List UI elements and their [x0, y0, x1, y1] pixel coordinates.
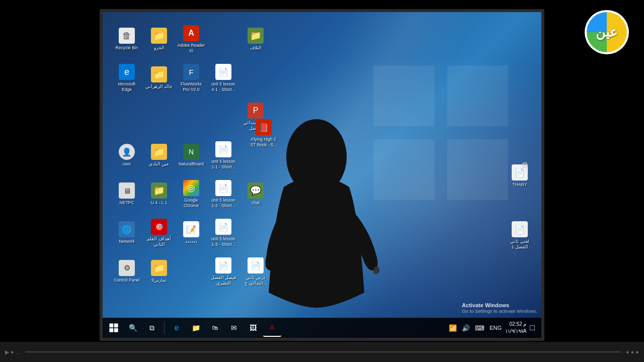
icon-targets-arabic[interactable]: 🎯 أهداف القلم الثاني	[144, 215, 174, 251]
icon-empty9	[176, 253, 206, 290]
icon-unit5-12[interactable]: 📄 unit 5 lesson 1-2 - Short...	[208, 176, 238, 212]
icon-u4l1[interactable]: 📁 U 4 - L 1	[144, 176, 174, 212]
icon-faisal-text[interactable]: 📄 فيصل الفصل النصري	[208, 253, 238, 290]
icon-ms-edge[interactable]: e Microsoft Edge	[112, 60, 142, 96]
clock-time: 02:52 م	[505, 321, 526, 328]
clock-date: ١١/٩/١٩٧A	[505, 328, 526, 335]
netpc-icon: 🖥	[119, 183, 135, 199]
svg-rect-8	[114, 328, 118, 332]
control-panel-icon: ⚙	[119, 260, 135, 276]
video-controls-bar: ▶ ● ... ● ● ●	[0, 342, 644, 362]
windows-logo-watermark	[370, 62, 511, 203]
icon-network[interactable]: 🌐 Network	[112, 215, 142, 251]
icon-unit5-11[interactable]: 📄 unit 5 lesson 1-1 - Short...	[208, 137, 238, 173]
icon-recycle-bin[interactable]: 🗑 Recycle Bin	[112, 21, 142, 57]
icon-unit5-41[interactable]: 📄 unit 5 lesson 4-1 - Short...	[208, 60, 238, 96]
icon-label: NaturalBoard	[179, 161, 204, 166]
icon-empty5	[176, 99, 206, 135]
targets-icon: 🎯	[151, 219, 167, 235]
svg-rect-0	[373, 65, 434, 126]
icon-label: تمارين9	[151, 278, 167, 283]
person-silhouette	[254, 117, 379, 318]
video-progress-bar[interactable]	[25, 351, 621, 352]
channel-name-text: عين	[596, 25, 618, 40]
icon-arabic-folder2[interactable]: 📁 التلاف	[240, 21, 271, 57]
desktop-icons-right: 📄 THANY ⚙ 📄 لغتي ثاني الفصل 1	[502, 158, 537, 253]
taskbar-store[interactable]: 🛍	[206, 319, 224, 337]
icon-netpc[interactable]: 🖥 NETPC	[112, 176, 142, 212]
icon-gear[interactable]: ⚙	[510, 148, 540, 184]
taskbar-explorer[interactable]: 📁	[187, 319, 205, 337]
green-folder-icon: 📁	[151, 183, 167, 199]
icon-lessons-right[interactable]: 📄 لغتي ثاني الفصل 1	[505, 217, 535, 253]
photos-icon: 🖼	[250, 324, 257, 332]
icon-label: Control Panel	[114, 278, 140, 283]
icon-label: unit 5 lesson 1-2 - Short...	[209, 198, 237, 208]
keyboard-tray-icon[interactable]: ⌨	[473, 323, 486, 333]
taskbar-left-items: 🔍 ⧉ e 📁	[105, 319, 281, 337]
chrome-icon: ◎	[183, 180, 199, 196]
icon-label: NETPC	[120, 200, 134, 205]
lessons-icon: 📄	[512, 221, 528, 237]
network-icon: 🌐	[119, 221, 135, 237]
activate-subtitle: Go to Settings to activate Windows.	[462, 308, 537, 314]
notification-icon[interactable]: □	[528, 322, 536, 333]
store-icon: 🛍	[212, 324, 218, 331]
icon-label: Network	[119, 239, 134, 244]
icon-tamarin[interactable]: 📁 تمارين9	[144, 253, 174, 290]
monitor-screen: 🗑 Recycle Bin 📁 الخرو A Adobe Reader XI …	[100, 9, 544, 341]
network-tray-icon[interactable]: 📶	[447, 323, 458, 333]
icon-naturalboard[interactable]: N NaturalBoard	[176, 137, 206, 173]
icon-user[interactable]: 👤 user	[112, 137, 142, 173]
icon-label: FlowWorks Pro V2.0	[177, 81, 205, 92]
search-button[interactable]: 🔍	[124, 319, 142, 337]
taskbar-mail[interactable]: ✉	[225, 319, 243, 337]
naturalboard-icon: N	[183, 144, 199, 160]
svg-rect-7	[109, 328, 113, 332]
taskbar-pdf[interactable]: A	[263, 319, 281, 337]
svg-rect-5	[109, 323, 113, 327]
icon-flowworks[interactable]: F FlowWorks Pro V2.0	[176, 60, 206, 96]
icon-empty6	[208, 99, 238, 135]
icon-arabic-dots[interactable]: 📝 دددددد	[176, 215, 206, 251]
icon-folder-arabic2[interactable]: 📁 خالد الزهراني	[144, 60, 174, 96]
icon-label: Adobe Reader XI	[177, 43, 205, 53]
doc-icon: 📄	[215, 64, 231, 80]
svg-rect-1	[447, 65, 508, 126]
volume-tray-icon[interactable]: 🔊	[460, 323, 471, 333]
icon-google-chrome[interactable]: ◎ Google Chrome	[176, 176, 206, 212]
explorer-icon: 📁	[192, 324, 200, 332]
start-button[interactable]	[105, 319, 123, 337]
svg-rect-2	[373, 139, 434, 200]
icon-empty1	[208, 21, 238, 57]
clock-display[interactable]: 02:52 م ١١/٩/١٩٧A	[505, 321, 526, 335]
icon-label: الخرو	[154, 45, 165, 50]
gear-settings-icon: ⚙	[517, 157, 533, 173]
text-doc-icon: 📄	[215, 257, 231, 274]
task-view-button[interactable]: ⧉	[143, 319, 161, 337]
mail-icon: ✉	[231, 324, 237, 332]
icon-label: التلاف	[250, 45, 262, 50]
icon-unit5-13[interactable]: 📄 unit 5 lesson 1-3 - Short...	[208, 215, 238, 251]
icon-adobe-reader[interactable]: A Adobe Reader XI	[176, 21, 206, 57]
icon-arabic-unit[interactable]: 📁 عين النادي	[144, 137, 174, 173]
edge-icon: e	[119, 64, 135, 80]
icon-empty4	[144, 99, 174, 135]
icon-empty3	[112, 99, 142, 135]
channel-logo-background: عين	[587, 12, 627, 52]
icon-label: خالد الزهراني	[145, 84, 173, 89]
task-view-icon: ⧉	[149, 324, 154, 332]
icon-folder-arabic1[interactable]: 📁 الخرو	[144, 21, 174, 57]
doc-icon: 📄	[215, 180, 231, 196]
dots-icon: 📝	[183, 221, 199, 237]
taskbar-photos[interactable]: 🖼	[244, 319, 262, 337]
video-bar-left: ▶ ● ...	[5, 349, 20, 355]
activate-title: Activate Windows	[462, 302, 537, 308]
edge-taskbar-icon: e	[175, 323, 179, 332]
icon-control-panel[interactable]: ⚙ Control Panel	[112, 253, 142, 290]
search-icon: 🔍	[129, 324, 137, 332]
desktop-icons-area: 🗑 Recycle Bin 📁 الخرو A Adobe Reader XI …	[108, 17, 269, 304]
language-indicator[interactable]: ENG	[488, 324, 503, 332]
svg-rect-3	[447, 139, 508, 200]
taskbar-edge[interactable]: e	[168, 319, 186, 337]
